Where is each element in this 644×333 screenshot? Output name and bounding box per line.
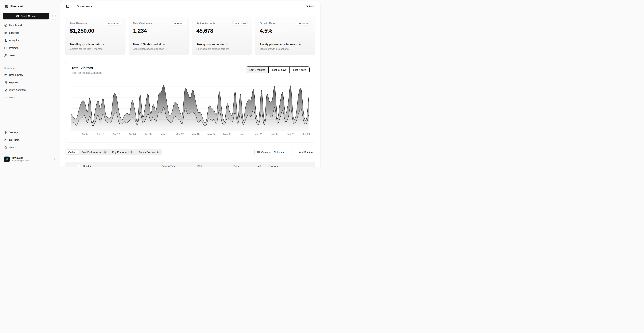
customize-columns-button[interactable]: Customize Columns — [254, 149, 290, 155]
chart-x-axis: Apr 6Apr 12Apr 18Apr 24Apr 30May 6May 12… — [72, 133, 309, 136]
layout-list-icon — [4, 31, 7, 34]
area-chart-svg — [72, 84, 309, 131]
sidebar: Flavis.ai Quick Create — [0, 0, 60, 167]
page-header: Documents GitHub — [60, 1, 320, 12]
quick-create-button[interactable]: Quick Create — [3, 13, 49, 19]
stat-label: Active Accounts — [196, 22, 215, 25]
x-tick-label: May 6 — [160, 133, 167, 135]
x-tick-label: Jun 30 — [302, 133, 310, 135]
users-icon — [4, 54, 7, 57]
column-header: Header — [81, 165, 160, 167]
app-root: Flavis.ai Quick Create — [0, 0, 322, 167]
tab-label: Past Performance — [82, 151, 102, 154]
sidebar-item-analytics[interactable]: Analytics — [3, 37, 57, 43]
user-menu[interactable]: flavisuser m@example.com — [3, 155, 57, 163]
brand[interactable]: Flavis.ai — [3, 3, 57, 10]
clipboard-clock-icon — [4, 81, 7, 84]
x-tick-label: May 24 — [208, 133, 216, 135]
tab-label: Outline — [68, 151, 76, 154]
stat-value: 4.5% — [260, 27, 311, 34]
tab-label: Key Personnel — [112, 151, 129, 154]
sidebar-item-projects[interactable]: Projects — [3, 45, 57, 51]
stat-value: $1,250.00 — [70, 27, 121, 34]
stat-subnote: Engagement exceed targets — [196, 47, 248, 50]
sidebar-item-more[interactable]: More — [3, 95, 57, 100]
stat-label: New Customers — [133, 22, 152, 25]
gear-icon — [4, 131, 7, 134]
sidebar-section-documents: Documents — [3, 67, 57, 69]
stat-card-total-revenue: Total Revenue +12.5% $1,250.00 Trending … — [65, 17, 126, 55]
trend-badge: +12.5% — [106, 21, 121, 25]
x-tick-label: May 18 — [192, 133, 200, 135]
table-toolbar: Customize Columns Add Section — [254, 149, 315, 155]
user-meta: flavisuser m@example.com — [12, 156, 29, 162]
file-word-icon — [4, 89, 7, 91]
sidebar-item-dashboard[interactable]: Dashboard — [3, 22, 57, 28]
github-link[interactable]: GitHub — [305, 4, 315, 9]
sidebar-item-word-assistant[interactable]: Word Assistant — [3, 87, 57, 93]
quick-create-label: Quick Create — [21, 14, 36, 17]
sidebar-item-label: Reports — [9, 81, 18, 84]
stat-label: Total Revenue — [70, 22, 87, 25]
trend-delta: +12.5% — [111, 22, 119, 25]
sidebar-item-label: Word Assistant — [9, 88, 26, 91]
tab-focus-documents[interactable]: Focus Documents — [136, 149, 162, 155]
brand-name: Flavis.ai — [10, 4, 23, 8]
ellipsis-icon — [4, 96, 7, 99]
page-title: Documents — [77, 5, 92, 8]
x-tick-label: Jun 5 — [240, 133, 246, 135]
sidebar-item-search[interactable]: Search — [3, 145, 57, 150]
sidebar-item-label: Analytics — [9, 39, 20, 42]
range-last-3-months[interactable]: Last 3 months — [246, 66, 269, 73]
trend-delta: +4.5% — [302, 22, 309, 25]
x-tick-label: Jun 17 — [271, 133, 278, 135]
add-section-button[interactable]: Add Section — [292, 149, 315, 155]
stat-footnote: Down 20% this period — [133, 43, 161, 46]
user-email: m@example.com — [12, 159, 29, 162]
sidebar-item-label: Dashboard — [9, 24, 22, 27]
stat-footnote: Strong user retention — [196, 43, 224, 46]
section-tabs-row: Outline Past Performance 3 Key Personnel… — [65, 149, 315, 155]
column-header: Reviewer — [266, 165, 315, 167]
range-toggle-group: Last 3 months Last 30 days Last 7 days — [246, 66, 310, 73]
stat-card-new-customers: New Customers -20% 1,234 Down 20% this p… — [129, 17, 189, 55]
tab-outline[interactable]: Outline — [66, 149, 79, 155]
column-header: Status — [196, 165, 232, 167]
x-tick-label: Apr 18 — [113, 133, 120, 135]
column-header: Limit — [254, 165, 266, 167]
main-content: Total Revenue +12.5% $1,250.00 Trending … — [60, 12, 320, 167]
sidebar-item-settings[interactable]: Settings — [3, 130, 57, 135]
sidebar-item-team[interactable]: Team — [3, 53, 57, 58]
range-last-7-days[interactable]: Last 7 days — [290, 66, 310, 73]
sidebar-item-label: Projects — [9, 46, 18, 49]
customize-columns-label: Customize Columns — [261, 151, 284, 154]
chevron-down-icon — [285, 151, 288, 153]
stat-cards: Total Revenue +12.5% $1,250.00 Trending … — [65, 17, 315, 55]
range-last-30-days[interactable]: Last 30 days — [269, 66, 290, 73]
x-tick-label: Jun 23 — [287, 133, 294, 135]
circle-plus-icon — [16, 14, 19, 17]
sections-table: Header Section Type Status Target Limit … — [65, 162, 315, 167]
sidebar-item-reports[interactable]: Reports — [3, 80, 57, 85]
search-icon — [4, 146, 7, 149]
columns-icon — [257, 151, 260, 153]
sidebar-item-data-library[interactable]: Data Library — [3, 72, 57, 78]
panel-left-icon — [66, 5, 69, 8]
trend-delta: -20% — [177, 22, 182, 25]
tab-key-personnel[interactable]: Key Personnel 2 — [110, 149, 136, 155]
stat-footnote: Steady performance increase — [260, 43, 297, 46]
trend-badge: +12.5% — [232, 21, 247, 25]
tab-past-performance[interactable]: Past Performance 3 — [79, 149, 109, 155]
sidebar-item-lifecycle[interactable]: Lifecycle — [3, 30, 57, 36]
sidebar-toggle-button[interactable] — [64, 3, 70, 9]
inbox-button[interactable] — [51, 13, 57, 19]
tab-label: Focus Documents — [139, 151, 159, 154]
visitors-chart-card: Total Visitors Total for the last 3 mont… — [65, 61, 315, 142]
stat-subnote: Visitors for the last 6 months — [70, 47, 121, 50]
sidebar-nav-footer: Settings Get Help Search — [3, 130, 57, 150]
mail-icon — [52, 14, 56, 17]
ellipsis-vertical-icon[interactable] — [53, 158, 56, 161]
gauge-icon — [4, 24, 7, 27]
select-all-checkbox[interactable] — [77, 165, 80, 167]
sidebar-item-get-help[interactable]: Get Help — [3, 137, 57, 143]
